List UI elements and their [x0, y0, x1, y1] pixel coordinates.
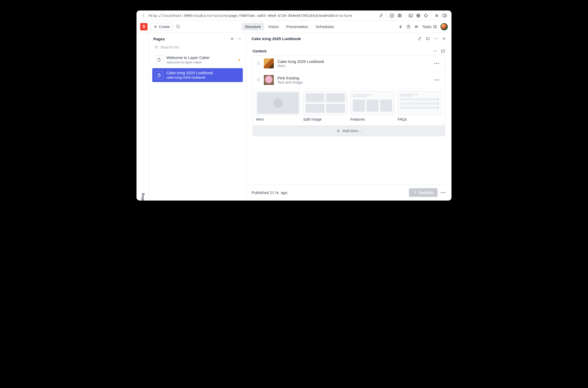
tab-vision[interactable]: Vision [265, 23, 282, 30]
drag-handle-icon[interactable]: ⠿ [257, 78, 260, 83]
toolbar-right: Tasks [398, 23, 448, 30]
footer-menu-icon[interactable]: ••• [441, 191, 446, 195]
svg-rect-9 [443, 14, 446, 17]
page-item-welcome[interactable]: Welcome to Layer Caker welcome-to-layer-… [152, 53, 243, 67]
add-item-label: Add item... [343, 128, 361, 133]
tab-presentation[interactable]: Presentation [283, 23, 311, 30]
document-icon [155, 71, 163, 79]
doc-menu-icon[interactable] [434, 36, 438, 41]
site-info-icon[interactable] [141, 13, 145, 18]
browser-urlbar: http://localhost:3000/studio/structure/p… [136, 10, 452, 21]
create-button[interactable]: Create [151, 23, 173, 30]
svg-point-0 [143, 14, 144, 15]
globe-icon[interactable] [416, 13, 421, 18]
content-label: Content [253, 49, 266, 53]
app-toolbar: S Create Structure Vision Presentation S… [136, 21, 452, 33]
svg-point-19 [239, 39, 240, 39]
svg-point-18 [238, 39, 239, 39]
content-block-pink[interactable]: ⠿ Pink frosting Text and Image ••• [253, 72, 445, 88]
help-icon[interactable] [406, 25, 411, 29]
add-item-button[interactable]: Add item... [253, 125, 445, 136]
publish-label: Publish [419, 190, 433, 195]
add-comment-icon[interactable] [440, 49, 445, 53]
avatar[interactable] [440, 23, 448, 30]
document-title: Cake Icing 2025 Lookbook [251, 36, 301, 41]
svg-point-25 [434, 51, 434, 51]
template-hero[interactable]: Hero [256, 91, 300, 121]
publish-button[interactable]: Publish [409, 188, 438, 197]
app-window: http://localhost:3000/studio/structure/p… [136, 10, 452, 201]
page-item-lookbook[interactable]: Cake Icing 2025 Lookbook cake-icing-2025… [152, 68, 243, 82]
main-layout: Blog Pages Welco [136, 33, 452, 201]
add-page-icon[interactable] [230, 36, 234, 41]
terminal-icon[interactable] [408, 13, 413, 18]
document-column: Cake Icing 2025 Lookbook Content [246, 33, 452, 201]
content-section-header: Content [253, 46, 445, 55]
document-header: Cake Icing 2025 Lookbook [246, 33, 452, 44]
camera-icon[interactable] [397, 13, 402, 18]
template-faqs[interactable]: FAQs [398, 91, 442, 121]
template-label: Features [350, 117, 395, 121]
download-icon[interactable] [390, 13, 394, 18]
document-icon [155, 56, 163, 64]
crosshair-icon[interactable] [424, 13, 428, 18]
page-slug: welcome-to-layer-caker [166, 60, 210, 65]
nav-rail: Blog [136, 33, 149, 201]
page-title: Cake Icing 2025 Lookbook [166, 70, 213, 76]
block-menu-icon[interactable]: ••• [433, 61, 441, 66]
template-split-image[interactable]: Split Image [303, 91, 347, 121]
users-icon[interactable] [414, 25, 418, 29]
doc-link-icon[interactable] [417, 36, 422, 41]
tasks-button[interactable]: Tasks [422, 25, 437, 29]
svg-point-15 [417, 25, 418, 26]
template-label: Split Image [303, 117, 347, 121]
block-type: Text and Image [277, 80, 429, 84]
doc-comment-icon[interactable] [426, 36, 430, 41]
search-icon[interactable] [176, 24, 180, 29]
document-footer: Published 21 hr. ago Publish ••• [246, 184, 452, 201]
panel-icon[interactable] [442, 13, 447, 18]
template-preview [256, 91, 300, 115]
rail-label-blog[interactable]: Blog [141, 36, 145, 201]
svg-rect-3 [398, 14, 401, 17]
svg-rect-5 [409, 14, 412, 17]
content-panel: ⠿ Cake Icing 2025 Lookbook Hero ••• ⠿ Pi… [253, 55, 445, 136]
svg-rect-16 [434, 25, 437, 28]
url-text[interactable]: http://localhost:3000/studio/structure/p… [149, 14, 376, 18]
svg-point-26 [435, 51, 435, 51]
draft-indicator-dot [239, 59, 240, 61]
extension-icon[interactable] [435, 13, 439, 18]
content-menu-icon[interactable] [433, 49, 437, 53]
publish-arrow-icon [413, 191, 417, 195]
create-button-label: Create [159, 25, 170, 29]
pages-column: Pages Welcome to Layer Caker welcom [149, 33, 246, 201]
svg-point-27 [436, 51, 437, 51]
block-thumbnail [264, 58, 274, 68]
svg-point-21 [155, 46, 157, 48]
svg-point-11 [177, 25, 179, 28]
content-block-hero[interactable]: ⠿ Cake Icing 2025 Lookbook Hero ••• [253, 55, 445, 72]
pages-menu-icon[interactable] [237, 36, 242, 41]
link-icon[interactable] [379, 13, 383, 18]
page-title: Welcome to Layer Caker [166, 55, 210, 60]
pages-search[interactable] [149, 44, 246, 53]
bolt-icon[interactable] [398, 25, 403, 29]
app-logo[interactable]: S [140, 23, 148, 30]
tab-schedules[interactable]: Schedules [312, 23, 337, 30]
template-preview [398, 91, 442, 115]
template-label: FAQs [398, 117, 442, 121]
search-input[interactable] [160, 45, 241, 49]
nav-tabs: Structure Vision Presentation Schedules [183, 23, 395, 30]
page-list: Welcome to Layer Caker welcome-to-layer-… [149, 53, 246, 82]
published-status: Published 21 hr. ago [251, 190, 287, 195]
drag-handle-icon[interactable]: ⠿ [257, 61, 260, 66]
svg-point-24 [437, 38, 437, 39]
document-body: Content ⠿ Cake Icing 2025 Lookbook Hero [246, 44, 452, 184]
template-features[interactable]: Features [350, 91, 395, 121]
tab-structure[interactable]: Structure [242, 23, 264, 30]
svg-point-22 [434, 38, 435, 39]
block-menu-icon[interactable]: ••• [433, 78, 441, 82]
block-title: Pink frosting [277, 76, 429, 80]
close-icon[interactable] [442, 36, 446, 41]
page-slug: cake-icing-2025-lookbook [166, 76, 213, 80]
